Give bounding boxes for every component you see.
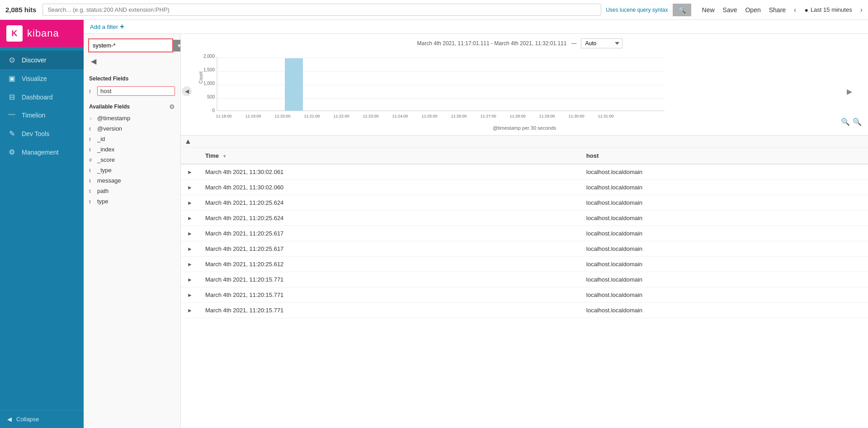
nav-items: ⊙ Discover ▣ Visualize ⊟ Dashboard 〰 Tim… xyxy=(0,47,84,410)
results-table: Time ▼ host ► March 4th 2021, 11:30:02.0… xyxy=(181,148,868,318)
svg-text:Count: Count xyxy=(198,71,203,84)
available-field-item[interactable]: tmessage xyxy=(84,175,180,186)
field-type-badge: ○ xyxy=(89,116,94,121)
table-row: ► March 4th 2021, 11:20:15.771 localhost… xyxy=(181,272,868,287)
svg-text:1,500: 1,500 xyxy=(203,67,215,72)
field-type-badge: # xyxy=(89,157,94,163)
open-button[interactable]: Open xyxy=(745,6,760,14)
row-expand-button[interactable]: ► xyxy=(187,230,193,237)
sidebar-item-label-timelion: Timelion xyxy=(22,112,45,119)
search-input[interactable] xyxy=(42,4,601,16)
available-field-item[interactable]: #_score xyxy=(84,155,180,165)
sidebar-item-management[interactable]: ⚙ Management xyxy=(0,143,84,161)
sidebar-item-discover[interactable]: ⊙ Discover xyxy=(0,51,84,69)
add-filter-button[interactable]: Add a filter + xyxy=(90,23,124,31)
svg-text:11:27:00: 11:27:00 xyxy=(480,114,496,118)
row-host: localhost.localdomain xyxy=(580,211,868,226)
expand-col-header xyxy=(181,148,199,164)
prev-time-button[interactable]: ‹ xyxy=(794,6,796,14)
row-expand-button[interactable]: ► xyxy=(187,200,193,206)
sidebar-item-label-devtools: Dev Tools xyxy=(22,130,49,137)
chart-collapse-right-icon[interactable]: ▶ xyxy=(847,87,852,96)
available-fields-list: ○@timestampt@versiont_idt_index#_scoret_… xyxy=(84,113,180,207)
row-host: localhost.localdomain xyxy=(580,164,868,180)
chart-date-range: March 4th 2021, 11:17:01.111 - March 4th… xyxy=(417,40,567,47)
auto-interval-select[interactable]: Auto 5 seconds 10 seconds 30 seconds 1 m… xyxy=(581,38,623,48)
row-host: localhost.localdomain xyxy=(580,180,868,195)
row-time: March 4th 2021, 11:20:25.624 xyxy=(199,211,580,226)
row-time: March 4th 2021, 11:20:25.624 xyxy=(199,195,580,211)
sidebar-item-dashboard[interactable]: ⊟ Dashboard xyxy=(0,88,84,106)
svg-text:11:22:00: 11:22:00 xyxy=(333,114,349,118)
svg-text:11:30:00: 11:30:00 xyxy=(568,114,584,118)
row-expand-button[interactable]: ► xyxy=(187,277,193,283)
row-expand-button[interactable]: ► xyxy=(187,169,193,175)
row-host: localhost.localdomain xyxy=(580,241,868,257)
available-fields-title: Available Fields xyxy=(89,103,130,110)
toggle-chart-button[interactable]: ▲ xyxy=(184,137,192,146)
row-expand-button[interactable]: ► xyxy=(187,307,193,314)
table-row: ► March 4th 2021, 11:20:25.617 localhost… xyxy=(181,226,868,241)
field-name: _score xyxy=(97,156,175,163)
table-row: ► March 4th 2021, 11:30:02.060 localhost… xyxy=(181,180,868,195)
row-expand-button[interactable]: ► xyxy=(187,292,193,298)
chart-container: March 4th 2021, 11:17:01.111 - March 4th… xyxy=(181,34,868,136)
available-field-item[interactable]: ○@timestamp xyxy=(84,113,180,123)
hits-count: 2,085 hits xyxy=(5,6,36,14)
share-button[interactable]: Share xyxy=(769,6,786,14)
zoom-out-icon[interactable]: 🔍 xyxy=(853,118,862,126)
row-host: localhost.localdomain xyxy=(580,195,868,211)
sidebar-item-devtools[interactable]: ✎ Dev Tools xyxy=(0,124,84,143)
zoom-in-icon[interactable]: 🔍 xyxy=(841,118,850,126)
fields-settings-icon[interactable]: ⚙ xyxy=(169,103,175,110)
row-time: March 4th 2021, 11:20:15.771 xyxy=(199,287,580,303)
available-field-item[interactable]: tpath xyxy=(84,186,180,196)
save-button[interactable]: Save xyxy=(723,6,737,14)
collapse-chart-button[interactable]: ◀ xyxy=(87,54,100,68)
row-expand-button[interactable]: ► xyxy=(187,246,193,252)
sidebar-item-label-dashboard: Dashboard xyxy=(22,94,53,101)
table-row: ► March 4th 2021, 11:30:02.061 localhost… xyxy=(181,164,868,180)
next-time-button[interactable]: › xyxy=(860,6,863,14)
clock-icon: ● xyxy=(804,6,808,14)
field-name: @timestamp xyxy=(97,115,175,122)
available-field-item[interactable]: ttype xyxy=(84,196,180,207)
table-row: ► March 4th 2021, 11:20:25.624 localhost… xyxy=(181,211,868,226)
discover-icon: ⊙ xyxy=(7,56,16,64)
available-field-item[interactable]: t@version xyxy=(84,123,180,134)
row-expand-button[interactable]: ► xyxy=(187,261,193,268)
host-col-header[interactable]: host xyxy=(580,148,868,164)
field-type-badge: t xyxy=(89,89,94,94)
row-expand-button[interactable]: ► xyxy=(187,215,193,221)
index-pattern-input[interactable] xyxy=(88,38,173,52)
collapse-panel-button[interactable]: ◀ xyxy=(182,86,192,96)
collapse-button[interactable]: ◀ Collapse xyxy=(0,410,84,428)
new-button[interactable]: New xyxy=(702,6,715,14)
row-host: localhost.localdomain xyxy=(580,257,868,272)
sidebar-item-visualize[interactable]: ▣ Visualize xyxy=(0,69,84,88)
svg-text:11:29:00: 11:29:00 xyxy=(539,114,555,118)
available-field-item[interactable]: t_type xyxy=(84,165,180,175)
sidebar-item-label-discover: Discover xyxy=(22,56,46,64)
available-field-item[interactable]: t_id xyxy=(84,134,180,144)
time-range-display[interactable]: ● Last 15 minutes xyxy=(804,6,852,14)
visualize-icon: ▣ xyxy=(7,74,16,83)
row-host: localhost.localdomain xyxy=(580,303,868,318)
sidebar-item-timelion[interactable]: 〰 Timelion xyxy=(0,106,84,124)
search-button[interactable]: 🔍 xyxy=(673,4,691,16)
data-table-area: Time ▼ host ► March 4th 2021, 11:30:02.0… xyxy=(181,148,868,428)
time-col-header[interactable]: Time ▼ xyxy=(199,148,580,164)
kibana-logo-icon: K xyxy=(6,25,23,42)
row-expand-button[interactable]: ► xyxy=(187,184,193,191)
field-name: _index xyxy=(97,146,175,153)
field-name: _type xyxy=(97,167,175,174)
add-filter-label: Add a filter xyxy=(90,24,118,30)
row-host: localhost.localdomain xyxy=(580,272,868,287)
selected-field-item[interactable]: thost xyxy=(84,85,180,98)
table-row: ► March 4th 2021, 11:20:25.612 localhost… xyxy=(181,257,868,272)
lucene-syntax-link[interactable]: Uses lucene query syntax xyxy=(606,7,668,13)
available-field-item[interactable]: t_index xyxy=(84,144,180,155)
index-dropdown-button[interactable]: ▼ xyxy=(173,40,181,52)
field-name: path xyxy=(97,188,175,194)
collapse-label: Collapse xyxy=(16,416,39,423)
